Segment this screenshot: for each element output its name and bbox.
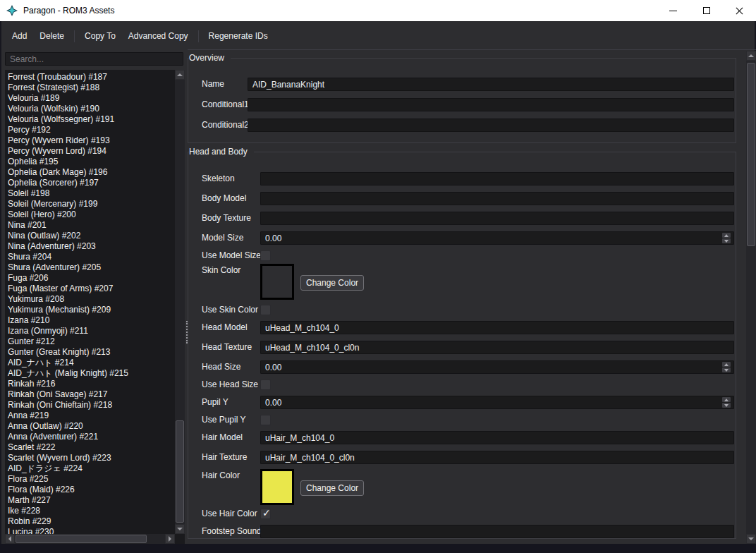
field-label-pupil-y: Pupil Y	[202, 396, 228, 409]
list-item[interactable]: AID_ドラジェ #224	[5, 463, 175, 474]
use-hair-color-checkbox[interactable]	[260, 509, 271, 519]
list-item[interactable]: Percy (Wyvern Rider) #193	[5, 135, 175, 146]
list-vscroll-thumb[interactable]	[176, 420, 184, 523]
list-item[interactable]: Nina #201	[5, 220, 175, 231]
list-item[interactable]: Ophelia (Dark Mage) #196	[5, 167, 175, 178]
list-vertical-scrollbar[interactable]	[175, 70, 185, 534]
list-item[interactable]: Shura (Adventurer) #205	[5, 262, 175, 273]
hair-model-input[interactable]	[260, 431, 734, 444]
field-label-name: Name	[202, 78, 224, 91]
list-item[interactable]: Rinkah #216	[5, 379, 175, 389]
list-item[interactable]: Velouria #189	[5, 93, 175, 104]
list-item[interactable]: Robin #229	[5, 516, 175, 527]
list-hscroll-thumb[interactable]	[16, 535, 147, 543]
scroll-up-icon[interactable]	[746, 51, 756, 61]
head-model-input[interactable]	[260, 321, 734, 334]
list-item[interactable]: Soleil #198	[5, 188, 175, 199]
head-size-input[interactable]	[260, 360, 734, 374]
change-hair-color-button[interactable]: Change Color	[300, 480, 364, 496]
list-item[interactable]: Soleil (Mercenary) #199	[5, 199, 175, 209]
list-item[interactable]: Fuga #206	[5, 273, 175, 284]
change-skin-color-button[interactable]: Change Color	[300, 275, 364, 291]
field-label-head-size: Head Size	[202, 360, 240, 374]
spin-down-icon[interactable]	[722, 403, 731, 408]
scroll-down-icon[interactable]	[746, 534, 756, 544]
list-item[interactable]: Fuga (Master of Arms) #207	[5, 284, 175, 294]
list-item[interactable]: Lucina #230	[5, 527, 175, 534]
list-item[interactable]: Rinkah (Oni Chieftain) #218	[5, 400, 175, 411]
list-item[interactable]: Flora #225	[5, 474, 175, 485]
spin-down-icon[interactable]	[722, 367, 731, 372]
conditional2-input[interactable]	[248, 119, 734, 132]
list-item[interactable]: Percy (Wyvern Lord) #194	[5, 146, 175, 157]
minimize-button[interactable]	[657, 0, 690, 21]
list-item[interactable]: Velouria (Wolfskin) #190	[5, 104, 175, 114]
list-item[interactable]: Shura #204	[5, 252, 175, 262]
search-input[interactable]	[5, 52, 183, 66]
list-item[interactable]: Percy #192	[5, 125, 175, 135]
list-item[interactable]: Yukimura (Mechanist) #209	[5, 305, 175, 315]
list-item[interactable]: Scarlet #222	[5, 442, 175, 453]
list-item[interactable]: Gunter (Great Knight) #213	[5, 347, 175, 358]
list-horizontal-scrollbar[interactable]	[5, 534, 175, 544]
spin-up-icon[interactable]	[722, 233, 731, 238]
advanced-copy-button[interactable]: Advanced Copy	[122, 28, 195, 44]
body-model-input[interactable]	[260, 192, 734, 205]
scroll-down-icon[interactable]	[175, 524, 185, 534]
use-skin-color-checkbox[interactable]	[260, 305, 271, 315]
list-item[interactable]: Rinkah (Oni Savage) #217	[5, 389, 175, 400]
list-item[interactable]: Nina (Adventurer) #203	[5, 241, 175, 252]
list-item[interactable]: Izana (Onmyoji) #211	[5, 326, 175, 336]
footstep-sound-input[interactable]	[260, 525, 734, 538]
list-item[interactable]: Forrest (Troubadour) #187	[5, 72, 175, 83]
list-item[interactable]: Velouria (Wolfssegner) #191	[5, 114, 175, 125]
list-item[interactable]: Scarlet (Wyvern Lord) #223	[5, 453, 175, 463]
skin-color-swatch	[260, 264, 294, 300]
close-button[interactable]	[723, 0, 756, 21]
window-title: Paragon - ROM3 Assets	[23, 6, 114, 16]
list-item[interactable]: Izana #210	[5, 315, 175, 326]
copy-to-button[interactable]: Copy To	[78, 28, 122, 44]
add-button[interactable]: Add	[6, 28, 33, 44]
skeleton-input[interactable]	[260, 172, 734, 186]
head-size-spinner	[721, 362, 731, 372]
scroll-right-icon[interactable]	[165, 534, 175, 544]
hair-texture-input[interactable]	[260, 451, 734, 464]
regenerate-ids-button[interactable]: Regenerate IDs	[202, 28, 274, 44]
spin-down-icon[interactable]	[722, 238, 731, 243]
field-label-hair-texture: Hair Texture	[202, 451, 247, 464]
pupil-y-input[interactable]	[260, 396, 734, 409]
spin-up-icon[interactable]	[722, 397, 731, 402]
panel-vertical-scrollbar[interactable]	[746, 51, 756, 544]
list-item[interactable]: Flora (Maid) #226	[5, 485, 175, 495]
list-item[interactable]: Ophelia (Sorcerer) #197	[5, 178, 175, 188]
list-item[interactable]: Anna (Adventurer) #221	[5, 432, 175, 442]
model-size-input[interactable]	[260, 231, 734, 245]
list-item[interactable]: Anna (Outlaw) #220	[5, 421, 175, 432]
panel-vscroll-thumb[interactable]	[747, 63, 755, 246]
use-pupil-y-checkbox[interactable]	[260, 415, 271, 425]
spin-up-icon[interactable]	[722, 362, 731, 367]
use-model-size-checkbox[interactable]	[260, 250, 271, 261]
delete-button[interactable]: Delete	[33, 28, 71, 44]
list-item[interactable]: AID_ナハト (Malig Knight) #215	[5, 368, 175, 379]
list-item[interactable]: Forrest (Strategist) #188	[5, 83, 175, 93]
list-item[interactable]: Yukimura #208	[5, 294, 175, 305]
list-item[interactable]: AID_ナハト #214	[5, 358, 175, 368]
list-item[interactable]: Ike #228	[5, 506, 175, 516]
scroll-left-icon[interactable]	[5, 534, 15, 544]
list-item[interactable]: Soleil (Hero) #200	[5, 209, 175, 220]
scroll-up-icon[interactable]	[175, 70, 185, 80]
list-item[interactable]: Ophelia #195	[5, 157, 175, 167]
conditional1-input[interactable]	[248, 98, 734, 111]
list-item[interactable]: Anna #219	[5, 411, 175, 421]
head-texture-input[interactable]	[260, 341, 734, 354]
list-item[interactable]: Gunter #212	[5, 336, 175, 347]
use-head-size-checkbox[interactable]	[260, 379, 271, 390]
body-texture-input[interactable]	[260, 212, 734, 225]
maximize-button[interactable]	[690, 0, 723, 21]
list-item[interactable]: Nina (Outlaw) #202	[5, 231, 175, 241]
list-item[interactable]: Marth #227	[5, 495, 175, 506]
toolbar: Add Delete Copy To Advanced Copy Regener…	[1, 21, 755, 51]
name-input[interactable]	[248, 78, 734, 91]
